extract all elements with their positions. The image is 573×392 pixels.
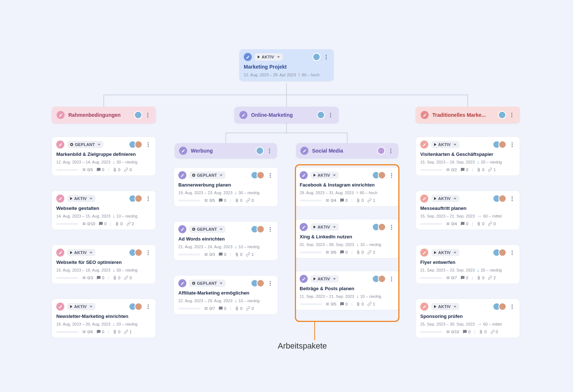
status-pill[interactable]: AKTIV — [431, 195, 459, 202]
subcategory-title: Social Media — [312, 148, 343, 154]
card-title: Webseite gestalten — [56, 205, 151, 211]
task-card[interactable]: AKTIV Beiträge & Posts planen 11. Sep. 2… — [295, 271, 399, 310]
status-pill[interactable]: AKTIV — [431, 141, 459, 148]
date-range: 18. Aug. 2023 – 20. Aug. 2023 — [56, 322, 110, 326]
avatars[interactable] — [377, 147, 385, 155]
edit-icon[interactable] — [57, 111, 65, 119]
more-icon[interactable] — [144, 113, 151, 118]
edit-icon[interactable] — [420, 141, 428, 149]
more-icon[interactable] — [509, 196, 515, 201]
edit-icon[interactable] — [300, 223, 308, 231]
avatars[interactable] — [493, 141, 506, 149]
avatars[interactable] — [372, 223, 386, 231]
status-pill[interactable]: AKTIV — [67, 195, 95, 202]
edit-icon[interactable] — [421, 111, 429, 119]
task-card[interactable]: AKTIV Messeauftritt planen 15. Sep. 2023… — [415, 191, 520, 230]
avatars[interactable] — [256, 147, 264, 155]
task-card[interactable]: GEPLANT Affiliate-Marketing ermöglichen … — [174, 275, 278, 315]
edit-icon[interactable] — [244, 53, 252, 61]
status-pill[interactable]: AKTIV — [311, 172, 339, 179]
avatars[interactable] — [312, 53, 320, 61]
progress-count: 0/4 — [446, 222, 457, 226]
edit-icon[interactable] — [178, 225, 186, 233]
avatars[interactable] — [251, 171, 265, 179]
avatars[interactable] — [498, 111, 506, 119]
task-card[interactable]: GEPLANT Markenbild & Zielgruppe definier… — [52, 137, 156, 176]
status-pill[interactable]: AKTIV — [255, 53, 283, 61]
more-icon[interactable] — [267, 281, 273, 286]
edit-icon[interactable] — [178, 279, 186, 287]
avatars[interactable] — [134, 111, 142, 119]
status-pill[interactable]: AKTIV — [431, 303, 459, 310]
more-icon[interactable] — [145, 142, 151, 147]
more-icon[interactable] — [509, 142, 515, 147]
task-card[interactable]: GEPLANT Bannerwerbung planen 19. Aug. 20… — [174, 167, 278, 207]
edit-icon[interactable] — [420, 195, 428, 203]
task-card[interactable]: AKTIV Webseite für SEO optimieren 15. Au… — [52, 245, 156, 284]
edit-icon[interactable] — [56, 141, 64, 149]
edit-icon[interactable] — [300, 275, 308, 283]
edit-icon[interactable] — [420, 303, 428, 311]
task-card[interactable]: AKTIV Visitenkarten & Geschäftspapier 15… — [415, 137, 520, 176]
task-card[interactable]: AKTIV Sponsoring prüfen 25. Sep. 2023 – … — [415, 299, 520, 338]
more-icon[interactable] — [387, 149, 394, 153]
edit-icon[interactable] — [179, 147, 187, 155]
avatars[interactable] — [129, 303, 143, 311]
more-icon[interactable] — [145, 304, 151, 309]
task-card[interactable]: AKTIV Facebook & Instagram einrichten 29… — [295, 167, 399, 207]
more-icon[interactable] — [509, 304, 515, 309]
status-pill[interactable]: AKTIV — [431, 249, 459, 256]
avatars[interactable] — [493, 303, 506, 311]
more-icon[interactable] — [267, 173, 273, 178]
more-icon[interactable] — [388, 173, 395, 178]
card-title: Webseite für SEO optimieren — [56, 260, 151, 265]
more-icon[interactable] — [145, 196, 151, 201]
more-icon[interactable] — [388, 225, 395, 230]
task-card[interactable]: AKTIV Xing & LinkedIn nutzen 01. Sep. 20… — [295, 219, 399, 258]
task-card[interactable]: GEPLANT Ad Words einrichten 21. Aug. 202… — [174, 221, 278, 261]
task-card[interactable]: AKTIV Webseite gestalten 14. Aug. 2023 –… — [52, 191, 156, 230]
more-icon[interactable] — [388, 277, 395, 281]
comments-count: 0 — [96, 168, 104, 172]
task-card[interactable]: AKTIV Newsletter-Marketing einrichten 18… — [52, 299, 156, 338]
status-pill[interactable]: AKTIV — [67, 249, 95, 256]
attachments-count: 0 — [479, 330, 486, 334]
avatars[interactable] — [372, 171, 386, 179]
edit-icon[interactable] — [56, 195, 64, 203]
status-pill[interactable]: AKTIV — [311, 223, 339, 231]
more-icon[interactable] — [509, 250, 515, 255]
avatars[interactable] — [129, 141, 143, 149]
more-icon[interactable] — [323, 55, 329, 59]
avatars[interactable] — [129, 249, 143, 257]
chevron-down-icon — [333, 278, 336, 280]
more-icon[interactable] — [508, 113, 515, 118]
more-icon[interactable] — [145, 250, 151, 255]
avatars[interactable] — [317, 111, 325, 119]
edit-icon[interactable] — [56, 249, 64, 257]
avatars[interactable] — [251, 225, 265, 233]
task-card[interactable]: AKTIV Flyer entwerfen 21. Sep. 2023 – 23… — [415, 245, 520, 284]
edit-icon[interactable] — [300, 147, 308, 155]
avatars[interactable] — [493, 249, 506, 257]
more-icon[interactable] — [327, 113, 334, 118]
status-pill[interactable]: AKTIV — [311, 275, 339, 283]
priority-text: 10 – niedrig — [117, 214, 138, 218]
avatars[interactable] — [493, 195, 506, 203]
status-pill[interactable]: GEPLANT — [189, 226, 225, 233]
edit-icon[interactable] — [420, 249, 428, 257]
edit-icon[interactable] — [300, 171, 308, 179]
edit-icon[interactable] — [56, 303, 64, 311]
status-pill[interactable]: AKTIV — [67, 303, 95, 310]
links-count: 1 — [367, 302, 375, 306]
status-pill[interactable]: GEPLANT — [189, 280, 225, 287]
avatars[interactable] — [251, 279, 265, 287]
avatars[interactable] — [129, 195, 143, 203]
more-icon[interactable] — [267, 227, 273, 232]
edit-icon[interactable] — [239, 111, 247, 119]
more-icon[interactable] — [266, 149, 273, 153]
links-count: 0 — [488, 222, 496, 226]
avatars[interactable] — [372, 275, 386, 283]
status-pill[interactable]: GEPLANT — [189, 172, 225, 179]
status-pill[interactable]: GEPLANT — [67, 141, 103, 148]
edit-icon[interactable] — [178, 171, 186, 179]
